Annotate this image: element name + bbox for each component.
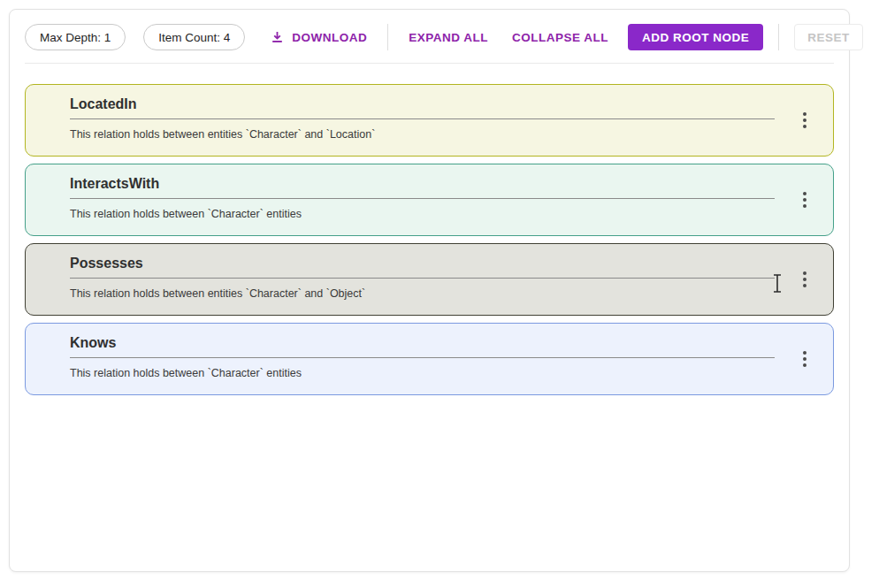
expand-all-button[interactable]: EXPAND ALL <box>409 31 488 44</box>
node-title-field[interactable]: Knows <box>70 334 775 351</box>
item-count-chip[interactable]: Item Count: 4 <box>143 24 245 50</box>
node-title-field[interactable]: LocatedIn <box>70 95 775 112</box>
node-card-possesses[interactable]: Possesses This relation holds between en… <box>25 243 834 316</box>
max-depth-chip[interactable]: Max Depth: 1 <box>25 24 126 50</box>
tree-editor-panel: Max Depth: 1 Item Count: 4 DOWNLOAD EXPA… <box>9 9 850 572</box>
download-button-label: DOWNLOAD <box>292 31 367 44</box>
download-button[interactable]: DOWNLOAD <box>271 31 367 44</box>
node-menu-button[interactable] <box>799 347 810 370</box>
node-title-underline: Possesses <box>70 255 775 279</box>
node-title-field[interactable]: Possesses <box>70 255 775 271</box>
node-description: This relation holds between entities `Ch… <box>70 287 789 300</box>
reset-button[interactable]: RESET <box>794 24 863 50</box>
collapse-all-button[interactable]: COLLAPSE ALL <box>512 31 608 44</box>
kebab-menu-icon <box>803 271 806 275</box>
app-toolbar: Max Depth: 1 Item Count: 4 DOWNLOAD EXPA… <box>25 24 834 50</box>
kebab-menu-icon <box>803 351 806 355</box>
node-title-underline: InteractsWith <box>70 175 775 199</box>
node-list: LocatedIn This relation holds between en… <box>25 84 834 395</box>
toolbar-divider <box>387 24 388 50</box>
node-description: This relation holds between entities `Ch… <box>70 128 789 141</box>
node-description: This relation holds between `Character` … <box>70 208 789 220</box>
node-menu-button[interactable] <box>799 188 810 211</box>
kebab-menu-icon <box>803 192 806 195</box>
kebab-menu-icon <box>803 112 806 116</box>
node-menu-button[interactable] <box>799 268 810 291</box>
node-card-knows[interactable]: Knows This relation holds between `Chara… <box>25 323 834 395</box>
node-menu-button[interactable] <box>799 109 810 132</box>
toolbar-separator-line <box>25 63 834 64</box>
node-card-locatedin[interactable]: LocatedIn This relation holds between en… <box>25 84 834 157</box>
node-card-interactswith[interactable]: InteractsWith This relation holds betwee… <box>25 164 834 236</box>
node-title-field[interactable]: InteractsWith <box>70 175 775 192</box>
toolbar-divider <box>778 24 779 50</box>
node-description: This relation holds between `Character` … <box>70 367 789 379</box>
node-title-underline: LocatedIn <box>70 95 775 119</box>
download-icon <box>271 31 284 44</box>
node-title-underline: Knows <box>70 334 775 358</box>
add-root-node-button[interactable]: ADD ROOT NODE <box>628 24 763 50</box>
